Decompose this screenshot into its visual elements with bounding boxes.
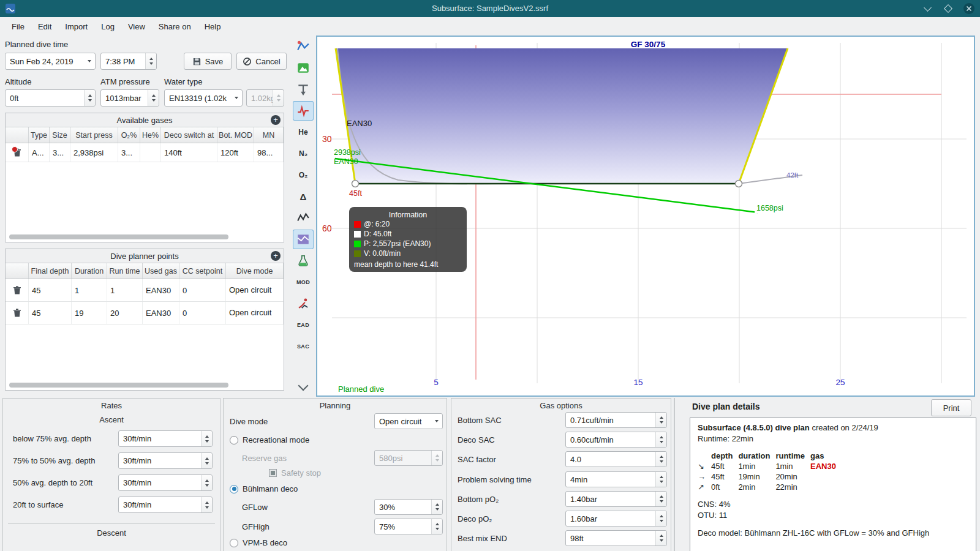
toolbar-mod-icon[interactable]: MOD [293,272,314,292]
add-cylinder-button[interactable]: + [271,115,281,125]
planner-point-row[interactable]: 45 19 20 EAN30 0 Open circuit [6,302,284,324]
point-cell-setpoint[interactable]: 0 [179,279,226,301]
point-cell-depth[interactable]: 45 [29,302,72,324]
dive-mode-select[interactable]: Open circuit [374,413,443,429]
add-point-button[interactable]: + [271,251,281,261]
panel-splitter[interactable] [674,398,675,551]
toolbar-ruler-icon[interactable] [293,80,314,99]
toolbar-sac-icon[interactable]: SAC [293,337,314,356]
altitude-spinner[interactable]: 0ft [5,89,96,107]
spinner-arrows-icon[interactable] [655,432,666,447]
gas-cell-o2[interactable]: 3... [118,143,140,162]
ascent-rate-spinner-2[interactable]: 30ft/min [118,452,213,469]
vpmb-deco-radio[interactable]: VPM-B deco [230,538,287,547]
minimize-icon[interactable] [921,2,933,15]
point-cell-depth[interactable]: 45 [29,279,72,301]
point-cell-setpoint[interactable]: 0 [179,302,226,324]
spinner-arrows-icon[interactable] [201,431,212,446]
delete-point-icon[interactable] [12,308,22,318]
toolbar-photos-icon[interactable] [293,58,314,78]
information-tooltip[interactable]: Information @: 6:20 D: 45.0ft P: 2,557ps… [349,207,467,272]
spinner-arrows-icon[interactable] [201,453,212,468]
gas-cell-mnd[interactable]: 98... [254,143,284,162]
gas-cell-deco-switch[interactable]: 140ft [161,143,217,162]
cancel-button[interactable]: Cancel [236,53,287,70]
menu-view[interactable]: View [121,20,152,34]
point-cell-runtime[interactable]: 20 [107,302,143,324]
toolbar-gas-icon[interactable] [293,251,314,271]
point-cell-duration[interactable]: 1 [72,279,107,301]
point-cell-mode[interactable]: Open circuit [226,302,284,324]
gas-cell-type[interactable]: A... [29,143,50,162]
spinner-arrows-icon[interactable] [84,90,95,106]
spinner-arrows-icon[interactable] [655,413,666,427]
ascent-rate-spinner-4[interactable]: 30ft/min [118,497,213,513]
delete-cylinder-icon[interactable] [12,148,22,157]
point-cell-mode[interactable]: Open circuit [226,279,284,301]
buhlmann-deco-radio[interactable]: Bühlmann deco [230,484,298,493]
recreational-mode-radio[interactable]: Recreational mode [230,435,309,444]
date-select[interactable]: Sun Feb 24, 2019 [5,53,96,70]
ascent-rate-spinner-1[interactable]: 30ft/min [118,430,213,447]
toolbar-pp-o2-icon[interactable]: O₂ [293,165,314,185]
close-icon[interactable] [963,2,975,15]
menu-help[interactable]: Help [198,20,228,34]
toolbar-ndl-icon[interactable] [293,294,314,313]
gas-cell-he[interactable] [140,143,161,162]
toolbar-tissues-icon[interactable] [293,208,314,228]
gas-cell-start-press[interactable]: 2,938psi [70,143,118,162]
profile-handle-start[interactable] [352,181,359,187]
maximize-icon[interactable] [942,2,954,15]
delete-point-icon[interactable] [12,285,22,295]
print-button[interactable]: Print [931,399,971,416]
sac-factor-spinner[interactable]: 4.0 [565,451,667,467]
spinner-arrows-icon[interactable] [201,475,212,490]
spinner-arrows-icon[interactable] [431,519,442,534]
dive-profile-chart[interactable]: GF 30/75 30 60 5 15 25 EAN30 2938psi EAN… [316,36,975,397]
toolbar-scroll-down-icon[interactable] [293,377,314,397]
gflow-spinner[interactable]: 30% [374,499,443,515]
gas-cell-size[interactable]: 3... [50,143,70,162]
menu-import[interactable]: Import [58,20,94,34]
profile-handle-end[interactable] [736,181,742,187]
save-button[interactable]: Save [184,53,232,70]
atm-pressure-spinner[interactable]: 1013mbar [100,89,159,107]
planner-point-row[interactable]: 45 1 1 EAN30 0 Open circuit [6,279,284,302]
spinner-arrows-icon[interactable] [655,531,666,545]
point-cell-gas[interactable]: EAN30 [143,302,179,324]
gfhigh-spinner[interactable]: 75% [374,519,443,534]
gas-cell-bot-mod[interactable]: 120ft [217,143,254,162]
time-spinner[interactable]: 7:38 PM [100,53,157,70]
point-cell-duration[interactable]: 19 [72,302,107,324]
toolbar-calc-ceiling-icon[interactable] [293,230,314,249]
bottom-po2-spinner[interactable]: 1.40bar [565,491,667,507]
water-type-select[interactable]: EN13319 (1.02k [164,89,243,107]
toolbar-heartrate-icon[interactable] [293,101,314,121]
spinner-arrows-icon[interactable] [145,53,156,69]
best-mix-end-spinner[interactable]: 98ft [565,530,667,546]
toolbar-pp-n2-icon[interactable]: N₂ [293,144,314,163]
menu-share-on[interactable]: Share on [152,20,198,34]
menu-file[interactable]: File [5,20,31,34]
spinner-arrows-icon[interactable] [148,90,159,106]
problem-solving-time-spinner[interactable]: 4min [565,471,667,487]
deco-sac-spinner[interactable]: 0.60cuft/min [565,432,667,448]
bottom-sac-spinner[interactable]: 0.71cuft/min [565,412,667,428]
point-cell-runtime[interactable]: 1 [107,279,143,301]
point-cell-gas[interactable]: EAN30 [143,279,179,301]
spinner-arrows-icon[interactable] [431,500,442,514]
menu-log[interactable]: Log [94,20,121,34]
menu-edit[interactable]: Edit [31,20,58,34]
spinner-arrows-icon[interactable] [655,492,666,506]
spinner-arrows-icon[interactable] [655,472,666,487]
spinner-arrows-icon[interactable] [201,497,212,512]
points-horizontal-scrollbar[interactable] [9,383,228,388]
gases-horizontal-scrollbar[interactable] [9,234,228,239]
spinner-arrows-icon[interactable] [655,511,666,526]
toolbar-pp-he-icon[interactable]: He [293,122,314,142]
toolbar-ead-icon[interactable]: EAD [293,315,314,335]
deco-po2-spinner[interactable]: 1.60bar [565,511,667,527]
ascent-rate-spinner-3[interactable]: 30ft/min [118,474,213,491]
spinner-arrows-icon[interactable] [655,452,666,467]
toolbar-dc-ceiling-icon[interactable]: Δ [293,187,314,206]
